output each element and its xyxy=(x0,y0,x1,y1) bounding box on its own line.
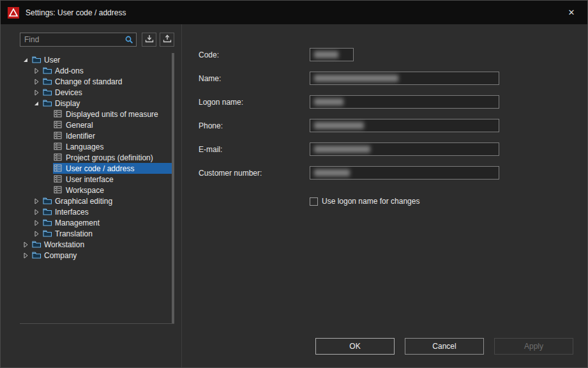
tree-item-interfaces[interactable]: Interfaces xyxy=(20,206,174,217)
close-icon[interactable]: ✕ xyxy=(562,4,581,22)
tree-item-content[interactable]: Interfaces xyxy=(42,206,174,217)
tree-item-management[interactable]: Management xyxy=(20,217,174,228)
tree-item-change-of-standard[interactable]: Change of standard xyxy=(20,76,174,87)
redacted-value xyxy=(314,169,350,176)
titlebar: Settings: User code / address ✕ xyxy=(1,1,587,24)
magnifier-icon[interactable] xyxy=(124,35,134,47)
tree-indent-spacer xyxy=(44,121,53,129)
settings-nav-panel: UserAdd-onsChange of standardDevicesDisp… xyxy=(1,24,182,368)
settings-page-icon xyxy=(54,175,63,183)
collapsed-arrow-icon[interactable] xyxy=(33,230,42,238)
tree-item-user[interactable]: User xyxy=(20,54,174,65)
use-logon-name-checkbox[interactable] xyxy=(310,197,318,206)
tree-item-devices[interactable]: Devices xyxy=(20,87,174,98)
settings-form-panel: Code:Name:Logon name:Phone:E-mail:Custom… xyxy=(182,24,587,368)
tree-item-general[interactable]: General xyxy=(20,119,174,130)
field-input-e-mail[interactable] xyxy=(310,142,499,156)
form-row-phone: Phone: xyxy=(199,119,587,132)
redacted-value xyxy=(314,122,364,129)
search-input[interactable] xyxy=(20,35,137,44)
tree-item-label: Display xyxy=(55,99,82,108)
settings-page-icon xyxy=(54,153,63,162)
tree-item-content[interactable]: Displayed units of measure xyxy=(53,109,174,119)
tree-item-content[interactable]: Languages xyxy=(53,141,174,152)
tree-item-content[interactable]: Workspace xyxy=(53,185,174,195)
tree-item-content[interactable]: User xyxy=(31,54,174,65)
tree-item-content[interactable]: Graphical editing xyxy=(42,195,174,206)
tree-item-label: Translation xyxy=(55,229,95,238)
folder-icon xyxy=(32,56,41,64)
form-row-code: Code: xyxy=(199,48,587,61)
tree-item-user-code-address[interactable]: User code / address xyxy=(20,163,174,174)
field-input-customer-number[interactable] xyxy=(310,166,499,180)
tree-indent-spacer xyxy=(44,111,53,118)
tree-item-user-interface[interactable]: User interface xyxy=(20,174,174,185)
collapsed-arrow-icon[interactable] xyxy=(33,89,42,96)
tree-item-content[interactable]: Translation xyxy=(42,228,174,239)
redacted-value xyxy=(314,75,398,82)
field-input-name[interactable] xyxy=(310,72,499,85)
tree-item-content[interactable]: Management xyxy=(42,217,174,228)
tree-item-translation[interactable]: Translation xyxy=(20,228,174,239)
collapsed-arrow-icon[interactable] xyxy=(33,67,42,75)
tree-item-content[interactable]: Add-ons xyxy=(42,65,174,76)
folder-icon xyxy=(43,99,52,107)
collapsed-arrow-icon[interactable] xyxy=(33,208,42,216)
settings-page-icon xyxy=(54,164,63,172)
user-address-form: Code:Name:Logon name:Phone:E-mail:Custom… xyxy=(199,48,587,180)
tree-item-content[interactable]: Identifier xyxy=(53,130,174,141)
tray-arrow-down-icon xyxy=(145,34,154,45)
tree-item-content[interactable]: Change of standard xyxy=(42,76,174,87)
settings-page-icon xyxy=(54,110,63,118)
tree-item-label: Languages xyxy=(66,142,106,151)
collapsed-arrow-icon[interactable] xyxy=(33,78,42,86)
settings-window: Settings: User code / address ✕ xyxy=(0,0,588,368)
tree-item-workstation[interactable]: Workstation xyxy=(20,239,174,250)
tree-item-content[interactable]: General xyxy=(53,119,174,130)
tree-item-displayed-units-of-measure[interactable]: Displayed units of measure xyxy=(20,109,174,119)
tree-item-content[interactable]: Company xyxy=(31,250,174,261)
expanded-arrow-icon[interactable] xyxy=(33,100,42,107)
ok-button[interactable]: OK xyxy=(315,338,395,355)
tree-item-project-groups-definition[interactable]: Project groups (definition) xyxy=(20,152,174,163)
field-input-logon-name[interactable] xyxy=(310,95,499,109)
field-input-phone[interactable] xyxy=(310,119,499,132)
folder-icon xyxy=(43,208,52,216)
tree-item-graphical-editing[interactable]: Graphical editing xyxy=(20,195,174,206)
field-label: Name: xyxy=(199,74,310,83)
tree-item-label: Identifier xyxy=(66,132,98,141)
tree-item-content[interactable]: Devices xyxy=(42,87,174,98)
export-settings-button[interactable] xyxy=(142,33,156,47)
tree-item-company[interactable]: Company xyxy=(20,250,174,261)
folder-icon xyxy=(43,197,52,205)
import-settings-button[interactable] xyxy=(160,33,174,47)
tree-item-content[interactable]: Project groups (definition) xyxy=(53,152,174,163)
field-input-code[interactable] xyxy=(310,48,354,61)
tree-item-content[interactable]: Display xyxy=(42,98,174,109)
cancel-button[interactable]: Cancel xyxy=(405,338,484,355)
collapsed-arrow-icon[interactable] xyxy=(33,197,42,205)
tree-item-languages[interactable]: Languages xyxy=(20,141,174,152)
tree-item-content[interactable]: Workstation xyxy=(31,239,174,250)
tree-item-label: General xyxy=(66,121,96,130)
expanded-arrow-icon[interactable] xyxy=(22,56,31,64)
collapsed-arrow-icon[interactable] xyxy=(22,252,31,259)
tree-item-label: User interface xyxy=(66,175,116,184)
tree-item-selected[interactable]: User code / address xyxy=(53,163,174,174)
logon-name-check-row[interactable]: Use logon name for changes xyxy=(310,196,587,206)
tree-item-content[interactable]: User interface xyxy=(53,174,174,185)
tree-item-identifier[interactable]: Identifier xyxy=(20,130,174,141)
redacted-value xyxy=(314,51,338,58)
apply-button: Apply xyxy=(494,338,573,355)
tree-item-label: User code / address xyxy=(66,164,137,173)
tree-scrollbar[interactable] xyxy=(172,53,174,323)
folder-icon xyxy=(32,240,41,249)
tree-indent-spacer xyxy=(44,165,53,172)
field-label: Code: xyxy=(199,50,310,59)
collapsed-arrow-icon[interactable] xyxy=(33,219,42,227)
collapsed-arrow-icon[interactable] xyxy=(22,241,31,249)
tree-item-add-ons[interactable]: Add-ons xyxy=(20,65,174,76)
field-label: E-mail: xyxy=(199,145,310,154)
tree-item-workspace[interactable]: Workspace xyxy=(20,185,174,195)
tree-item-display[interactable]: Display xyxy=(20,98,174,109)
